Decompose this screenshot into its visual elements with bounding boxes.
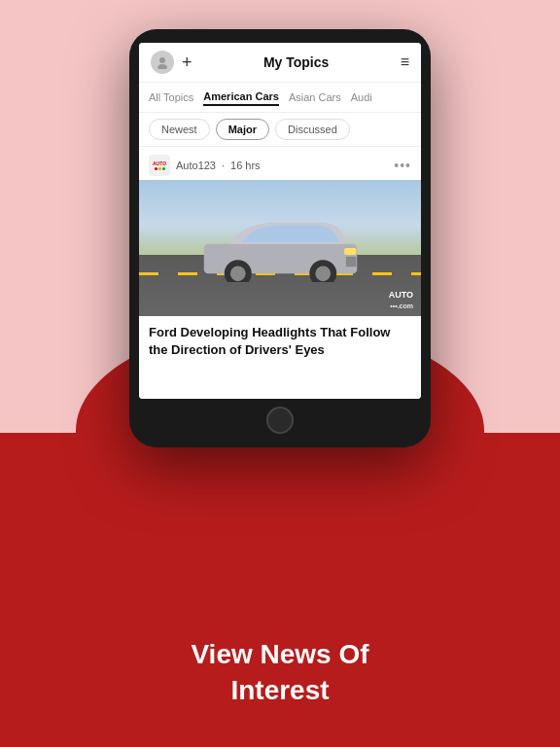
article-source: AUTO Auto123 · 16 hrs <box>149 155 261 176</box>
menu-icon[interactable]: ≡ <box>401 53 409 71</box>
topic-audi[interactable]: Audi <box>351 89 372 105</box>
article-meta: AUTO Auto123 · 16 hrs ••• <box>139 147 421 180</box>
topic-american-cars[interactable]: American Cars <box>203 89 279 106</box>
tablet-screen: + My Topics ≡ All Topics American Cars A… <box>139 43 421 399</box>
page-title: My Topics <box>263 54 329 70</box>
filter-newest[interactable]: Newest <box>149 119 210 140</box>
article-card[interactable]: AUTO Auto123 · 16 hrs ••• <box>139 147 421 371</box>
tablet-home-button[interactable] <box>266 407 294 434</box>
car-scene: AUTO •••.com <box>139 180 421 316</box>
svg-rect-8 <box>345 257 356 267</box>
tablet-frame: + My Topics ≡ All Topics American Cars A… <box>129 29 431 447</box>
avatar[interactable] <box>151 51 174 74</box>
watermark: AUTO •••.com <box>389 290 413 310</box>
svg-point-4 <box>229 266 245 281</box>
bottom-cta-line1: View News Of <box>191 639 368 669</box>
add-topic-button[interactable]: + <box>182 53 192 73</box>
bottom-cta-line2: Interest <box>230 675 329 705</box>
filter-discussed[interactable]: Discussed <box>275 119 350 140</box>
source-logo: AUTO <box>149 155 170 176</box>
filter-tabs: Newest Major Discussed <box>139 113 421 147</box>
article-time: · <box>222 160 225 171</box>
article-title: Ford Developing Headlights That Follow t… <box>139 316 421 371</box>
svg-point-1 <box>158 64 167 69</box>
article-feed: AUTO Auto123 · 16 hrs ••• <box>139 147 421 399</box>
article-image: AUTO •••.com <box>139 180 421 316</box>
source-name: Auto123 <box>176 160 216 171</box>
topic-all-topics[interactable]: All Topics <box>149 89 193 105</box>
topic-asian-cars[interactable]: Asian Cars <box>289 89 341 105</box>
svg-point-6 <box>315 266 331 281</box>
filter-major[interactable]: Major <box>216 119 269 140</box>
svg-point-0 <box>159 57 165 63</box>
header-left: + <box>151 51 192 74</box>
more-options-button[interactable]: ••• <box>394 158 411 173</box>
topics-nav: All Topics American Cars Asian Cars Audi <box>139 83 421 113</box>
car-svg <box>182 214 379 282</box>
tablet-device: + My Topics ≡ All Topics American Cars A… <box>129 29 431 447</box>
svg-rect-7 <box>344 248 356 255</box>
bottom-cta: View News Of Interest <box>0 637 560 708</box>
article-time-ago: 16 hrs <box>230 160 261 171</box>
app-header: + My Topics ≡ <box>139 43 421 83</box>
